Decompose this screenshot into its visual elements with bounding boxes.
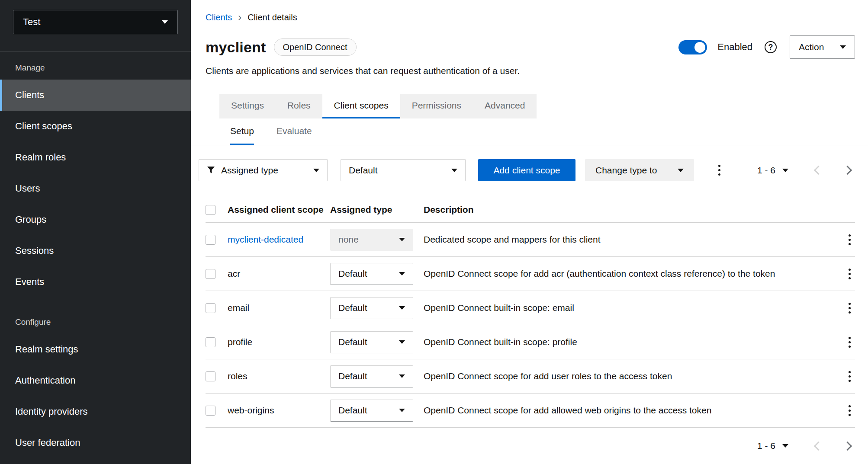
- pagination-top: 1 - 6: [757, 165, 855, 176]
- add-client-scope-button[interactable]: Add client scope: [478, 159, 575, 181]
- main-content: Clients › Client details myclient OpenID…: [191, 0, 868, 464]
- pagination-range-label: 1 - 6: [757, 441, 775, 451]
- filter-icon: [207, 166, 215, 174]
- row-kebab-menu[interactable]: [845, 333, 854, 351]
- sidebar-item[interactable]: Identity providers: [0, 396, 191, 427]
- subtab-label: Setup: [230, 126, 254, 136]
- enabled-toggle[interactable]: [678, 40, 707, 54]
- sidebar-item[interactable]: Users: [0, 173, 191, 204]
- assigned-type-dropdown[interactable]: Default: [330, 263, 413, 285]
- chevron-down-icon: [399, 409, 405, 412]
- realm-selector-area: Test: [0, 0, 191, 52]
- tab[interactable]: Permissions: [400, 94, 473, 118]
- tab[interactable]: Roles: [276, 94, 322, 118]
- nav-section-title-configure: Configure: [0, 298, 191, 334]
- scope-description: OpenID Connect scope for add user roles …: [424, 371, 831, 381]
- table-row: profile Default OpenID Connect built-in …: [206, 325, 855, 359]
- pagination-range-label: 1 - 6: [757, 165, 775, 176]
- action-dropdown[interactable]: Action: [790, 35, 855, 59]
- tab[interactable]: Settings: [219, 94, 276, 118]
- change-type-dropdown[interactable]: Change type to: [585, 159, 694, 181]
- breadcrumb-separator-icon: ›: [238, 12, 241, 22]
- row-checkbox[interactable]: [206, 269, 215, 279]
- row-kebab-menu[interactable]: [845, 265, 854, 283]
- tab[interactable]: Client scopes: [322, 94, 400, 118]
- select-all-checkbox[interactable]: [206, 205, 215, 215]
- prev-page-icon[interactable]: [814, 166, 823, 175]
- client-scopes-table: Assigned client scope Assigned type Desc…: [206, 197, 855, 428]
- sidebar-item[interactable]: Authentication: [0, 365, 191, 396]
- next-page-icon[interactable]: [843, 441, 852, 450]
- page-header: myclient OpenID Connect Enabled ? Action: [206, 35, 855, 59]
- tab-label: Advanced: [485, 100, 525, 111]
- next-page-icon[interactable]: [843, 166, 852, 175]
- chevron-down-icon: [782, 444, 788, 448]
- column-header-description: Description: [424, 205, 831, 215]
- pagination-range-dropdown[interactable]: 1 - 6: [757, 165, 788, 176]
- column-header-assigned-client-scope: Assigned client scope: [228, 205, 330, 215]
- sidebar-item-label: Authentication: [15, 375, 75, 386]
- assigned-type-dropdown[interactable]: Default: [330, 297, 413, 319]
- sidebar-item[interactable]: Clients: [0, 80, 191, 111]
- toolbar: Assigned type Default Add client scope C…: [199, 159, 855, 181]
- tab-label: Roles: [287, 100, 311, 111]
- assigned-type-value: Default: [338, 269, 367, 279]
- header-controls: Enabled ? Action: [678, 35, 855, 59]
- row-kebab-menu[interactable]: [845, 299, 854, 317]
- row-checkbox[interactable]: [206, 303, 215, 313]
- filter-value-label: Default: [349, 165, 378, 176]
- enabled-label: Enabled: [717, 42, 752, 53]
- breadcrumb-current: Client details: [248, 13, 297, 22]
- sidebar-item[interactable]: Realm roles: [0, 142, 191, 173]
- scope-name[interactable]: myclient-dedicated: [228, 234, 330, 245]
- assigned-type-dropdown[interactable]: none: [330, 229, 413, 251]
- subtab[interactable]: Evaluate: [276, 118, 312, 145]
- row-checkbox[interactable]: [206, 371, 215, 381]
- row-checkbox[interactable]: [206, 235, 215, 245]
- sidebar-item-label: Users: [15, 183, 40, 194]
- assigned-type-value: none: [338, 234, 359, 245]
- table-row: acr Default OpenID Connect scope for add…: [206, 257, 855, 291]
- row-kebab-menu[interactable]: [845, 231, 854, 249]
- table-row: roles Default OpenID Connect scope for a…: [206, 359, 855, 394]
- tab[interactable]: Advanced: [473, 94, 537, 118]
- row-kebab-menu[interactable]: [845, 368, 854, 385]
- sidebar-item[interactable]: Groups: [0, 204, 191, 235]
- row-checkbox[interactable]: [206, 406, 215, 416]
- page-description: Clients are applications and services th…: [206, 66, 855, 76]
- tab-label: Settings: [231, 100, 264, 111]
- scope-name[interactable]: roles: [228, 371, 330, 381]
- subtab[interactable]: Setup: [230, 118, 254, 145]
- assigned-type-dropdown[interactable]: Default: [330, 331, 413, 353]
- help-icon[interactable]: ?: [765, 41, 777, 53]
- toolbar-kebab-menu[interactable]: [715, 161, 724, 179]
- protocol-badge: OpenID Connect: [274, 38, 357, 56]
- sidebar-item-label: Sessions: [15, 245, 54, 256]
- prev-page-icon[interactable]: [814, 441, 823, 450]
- pagination-range-dropdown[interactable]: 1 - 6: [757, 441, 788, 451]
- sidebar-item[interactable]: Events: [0, 266, 191, 298]
- assigned-type-dropdown[interactable]: Default: [330, 365, 413, 387]
- sidebar: Test Manage Clients Client scopes Realm …: [0, 0, 191, 464]
- scope-name[interactable]: acr: [228, 269, 330, 279]
- sidebar-item[interactable]: Sessions: [0, 235, 191, 266]
- change-type-label: Change type to: [595, 165, 657, 176]
- scope-name[interactable]: profile: [228, 337, 330, 347]
- row-checkbox[interactable]: [206, 337, 215, 347]
- filter-value-dropdown[interactable]: Default: [341, 159, 466, 181]
- chevron-down-icon: [399, 340, 405, 344]
- scope-name[interactable]: email: [228, 303, 330, 313]
- sidebar-item[interactable]: Client scopes: [0, 111, 191, 142]
- scope-description: Dedicated scope and mappers for this cli…: [424, 234, 831, 245]
- realm-selector[interactable]: Test: [13, 10, 178, 34]
- sidebar-item-label: Clients: [15, 90, 44, 101]
- sidebar-item-label: User federation: [15, 437, 80, 448]
- row-kebab-menu[interactable]: [845, 402, 854, 419]
- filter-type-dropdown[interactable]: Assigned type: [199, 159, 328, 181]
- configure-nav-list: Realm settings Authentication Identity p…: [0, 334, 191, 458]
- breadcrumb-link-clients[interactable]: Clients: [206, 13, 232, 22]
- scope-name[interactable]: web-origins: [228, 405, 330, 416]
- sidebar-item[interactable]: User federation: [0, 427, 191, 458]
- assigned-type-dropdown[interactable]: Default: [330, 400, 413, 422]
- sidebar-item[interactable]: Realm settings: [0, 334, 191, 365]
